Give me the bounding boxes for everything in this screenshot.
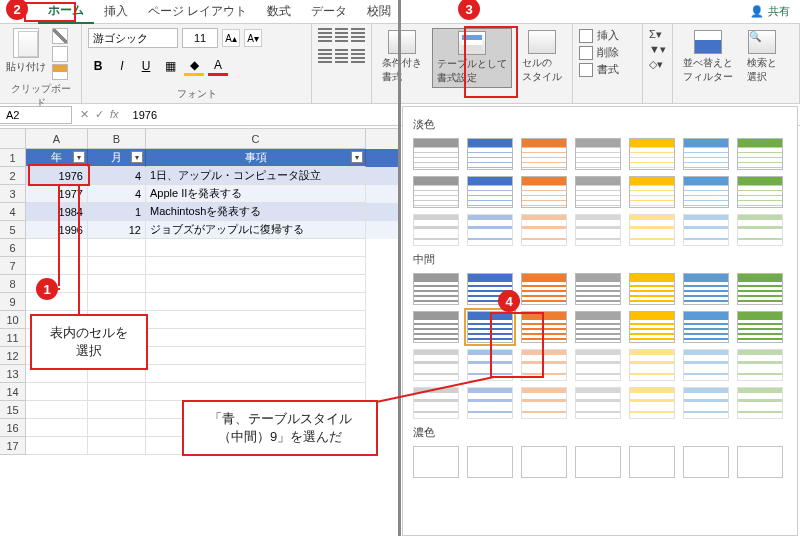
delete-cells-button[interactable]: 削除 bbox=[579, 45, 636, 60]
underline-button[interactable]: U bbox=[136, 56, 156, 76]
col-header-c[interactable]: C bbox=[146, 129, 366, 149]
cell[interactable] bbox=[146, 347, 366, 365]
table-style-swatch[interactable] bbox=[467, 214, 513, 246]
table-header-year[interactable]: 年▾ bbox=[26, 149, 88, 167]
cell[interactable] bbox=[146, 275, 366, 293]
table-style-swatch[interactable] bbox=[683, 176, 729, 208]
align-center-icon[interactable] bbox=[335, 49, 349, 63]
cell[interactable] bbox=[88, 257, 146, 275]
row-header[interactable]: 16 bbox=[0, 419, 26, 437]
table-style-swatch[interactable] bbox=[521, 349, 567, 381]
format-cells-button[interactable]: 書式 bbox=[579, 62, 636, 77]
row-header[interactable]: 17 bbox=[0, 437, 26, 455]
table-style-swatch[interactable] bbox=[737, 311, 783, 343]
autosum-button[interactable]: Σ▾ bbox=[649, 28, 666, 41]
cell[interactable] bbox=[88, 275, 146, 293]
cell[interactable] bbox=[146, 329, 366, 347]
cell[interactable] bbox=[26, 437, 88, 455]
find-select-button[interactable]: 🔍 検索と 選択 bbox=[743, 28, 781, 86]
filter-dropdown-icon[interactable]: ▾ bbox=[351, 151, 363, 163]
row-header[interactable]: 11 bbox=[0, 329, 26, 347]
conditional-format-button[interactable]: 条件付き 書式 bbox=[378, 28, 426, 86]
table-style-swatch[interactable] bbox=[737, 387, 783, 419]
table-style-swatch[interactable] bbox=[683, 273, 729, 305]
table-style-swatch[interactable] bbox=[413, 176, 459, 208]
table-style-swatch[interactable] bbox=[521, 273, 567, 305]
cell[interactable] bbox=[88, 401, 146, 419]
cell[interactable] bbox=[146, 383, 366, 401]
table-style-swatch[interactable] bbox=[629, 311, 675, 343]
table-style-swatch[interactable] bbox=[737, 214, 783, 246]
fill-color-button[interactable]: ◆ bbox=[184, 56, 204, 76]
col-header-b[interactable]: B bbox=[88, 129, 146, 149]
sort-filter-button[interactable]: 並べ替えと フィルター bbox=[679, 28, 737, 86]
table-style-swatch[interactable] bbox=[521, 446, 567, 478]
filter-dropdown-icon[interactable]: ▾ bbox=[131, 151, 143, 163]
table-style-swatch[interactable] bbox=[575, 214, 621, 246]
table-style-swatch[interactable] bbox=[629, 349, 675, 381]
table-style-swatch[interactable] bbox=[629, 176, 675, 208]
table-style-swatch[interactable] bbox=[413, 311, 459, 343]
row-header[interactable]: 5 bbox=[0, 221, 26, 239]
clear-button[interactable]: ◇▾ bbox=[649, 58, 666, 71]
copy-icon[interactable] bbox=[52, 46, 68, 62]
table-style-swatch[interactable] bbox=[521, 214, 567, 246]
cell[interactable] bbox=[88, 419, 146, 437]
cell[interactable]: ジョブズがアップルに復帰する bbox=[146, 221, 366, 239]
row-header[interactable]: 6 bbox=[0, 239, 26, 257]
table-style-swatch[interactable] bbox=[467, 138, 513, 170]
table-style-swatch[interactable] bbox=[413, 349, 459, 381]
row-header[interactable]: 7 bbox=[0, 257, 26, 275]
table-style-swatch[interactable] bbox=[629, 138, 675, 170]
select-all[interactable] bbox=[0, 129, 26, 149]
share-button[interactable]: 👤 共有 bbox=[750, 4, 800, 19]
table-style-swatch[interactable] bbox=[629, 387, 675, 419]
row-header[interactable]: 4 bbox=[0, 203, 26, 221]
table-style-swatch[interactable] bbox=[413, 214, 459, 246]
cell[interactable]: 1976 bbox=[26, 167, 88, 185]
table-style-swatch[interactable] bbox=[575, 176, 621, 208]
cell[interactable] bbox=[88, 293, 146, 311]
row-header[interactable]: 13 bbox=[0, 365, 26, 383]
table-style-swatch[interactable] bbox=[467, 311, 513, 343]
bold-button[interactable]: B bbox=[88, 56, 108, 76]
row-header[interactable]: 2 bbox=[0, 167, 26, 185]
table-style-swatch[interactable] bbox=[575, 446, 621, 478]
insert-cells-button[interactable]: 挿入 bbox=[579, 28, 636, 43]
font-size[interactable]: 11 bbox=[182, 28, 218, 48]
border-button[interactable]: ▦ bbox=[160, 56, 180, 76]
row-header[interactable]: 10 bbox=[0, 311, 26, 329]
cell[interactable] bbox=[146, 293, 366, 311]
table-style-swatch[interactable] bbox=[413, 138, 459, 170]
cell[interactable]: 4 bbox=[88, 185, 146, 203]
name-box[interactable]: A2 bbox=[0, 106, 72, 124]
table-style-swatch[interactable] bbox=[575, 273, 621, 305]
table-style-swatch[interactable] bbox=[467, 176, 513, 208]
table-style-swatch[interactable] bbox=[575, 387, 621, 419]
align-bot-icon[interactable] bbox=[351, 28, 365, 42]
cell[interactable]: Apple IIを発表する bbox=[146, 185, 366, 203]
decrease-font-icon[interactable]: A▾ bbox=[244, 29, 262, 47]
row-header[interactable]: 8 bbox=[0, 275, 26, 293]
cell[interactable] bbox=[26, 383, 88, 401]
table-style-swatch[interactable] bbox=[683, 387, 729, 419]
table-style-swatch[interactable] bbox=[467, 387, 513, 419]
cell[interactable] bbox=[88, 239, 146, 257]
table-style-swatch[interactable] bbox=[521, 138, 567, 170]
row-header[interactable]: 12 bbox=[0, 347, 26, 365]
tab-home[interactable]: ホーム bbox=[38, 0, 94, 24]
cut-icon[interactable] bbox=[52, 28, 68, 44]
table-style-swatch[interactable] bbox=[521, 176, 567, 208]
filter-dropdown-icon[interactable]: ▾ bbox=[73, 151, 85, 163]
format-as-table-button[interactable]: テーブルとして 書式設定 bbox=[432, 28, 512, 88]
table-style-swatch[interactable] bbox=[413, 273, 459, 305]
table-style-swatch[interactable] bbox=[737, 138, 783, 170]
align-mid-icon[interactable] bbox=[335, 28, 349, 42]
tab-data[interactable]: データ bbox=[301, 0, 357, 23]
table-style-swatch[interactable] bbox=[629, 273, 675, 305]
row-header[interactable]: 3 bbox=[0, 185, 26, 203]
tab-insert[interactable]: 挿入 bbox=[94, 0, 138, 23]
cell[interactable]: 4 bbox=[88, 167, 146, 185]
fx-icon[interactable]: fx bbox=[110, 108, 119, 121]
table-style-swatch[interactable] bbox=[737, 446, 783, 478]
